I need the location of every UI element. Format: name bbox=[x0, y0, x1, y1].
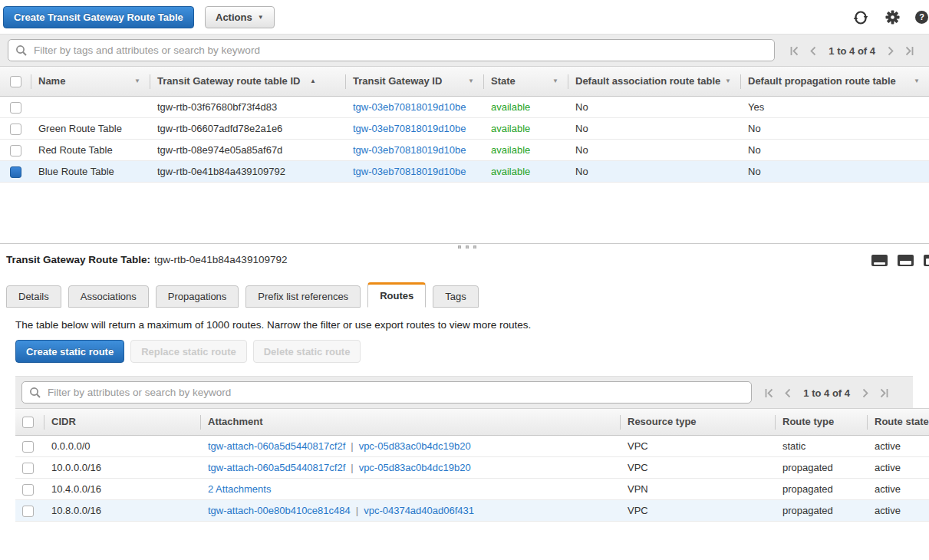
tab-details[interactable]: Details bbox=[6, 285, 61, 308]
create-route-table-button[interactable]: Create Transit Gateway Route Table bbox=[3, 6, 194, 28]
chevron-down-icon: ▼ bbox=[258, 14, 264, 21]
refresh-icon[interactable] bbox=[853, 10, 868, 25]
tab-prefix-list-references[interactable]: Prefix list references bbox=[245, 285, 361, 308]
name-cell: Blue Route Table bbox=[31, 161, 150, 182]
default-association-cell: No bbox=[568, 140, 740, 160]
detail-title-label: Transit Gateway Route Table: bbox=[6, 254, 150, 265]
row-checkbox[interactable] bbox=[22, 484, 34, 496]
row-checkbox[interactable] bbox=[10, 124, 21, 135]
table-row[interactable]: Green Route Table tgw-rtb-06607adfd78e2a… bbox=[0, 118, 929, 140]
cidr-cell: 10.4.0.0/16 bbox=[44, 479, 200, 499]
route-type-cell: propagated bbox=[775, 479, 867, 499]
actions-button[interactable]: Actions ▼ bbox=[205, 6, 275, 28]
column-divider bbox=[200, 415, 201, 430]
route-tables-pagination: 1 to 4 of 4 bbox=[790, 45, 914, 57]
routes-search-input[interactable] bbox=[22, 382, 751, 403]
pane-resize-handle[interactable] bbox=[458, 245, 476, 249]
pane-size-medium-icon[interactable] bbox=[898, 255, 914, 266]
attachment-cell: tgw-attach-00e80b410ce81c484|vpc-04374ad… bbox=[200, 500, 620, 521]
next-page-icon[interactable] bbox=[887, 46, 894, 56]
pane-size-large-icon[interactable] bbox=[924, 255, 929, 266]
actions-button-label: Actions bbox=[216, 12, 252, 23]
table-row-selected[interactable]: Blue Route Table tgw-rtb-0e41b84a4391097… bbox=[0, 161, 929, 183]
vpc-link[interactable]: vpc-05d83ac0b4dc19b20 bbox=[359, 462, 471, 473]
route-row[interactable]: 0.0.0.0/0 tgw-attach-060a5d5440817cf2f|v… bbox=[15, 436, 929, 457]
vpc-link[interactable]: vpc-05d83ac0b4dc19b20 bbox=[359, 440, 471, 452]
column-header-cidr[interactable]: CIDR bbox=[44, 409, 200, 435]
pane-size-small-icon[interactable] bbox=[871, 255, 888, 266]
pagination-label: 1 to 4 of 4 bbox=[802, 387, 852, 399]
column-header-route-type[interactable]: Route type bbox=[775, 409, 867, 435]
vpc-link[interactable]: vpc-04374ad40ad06f431 bbox=[364, 505, 474, 516]
attachment-link[interactable]: tgw-attach-00e80b410ce81c484 bbox=[208, 505, 351, 516]
attachment-cell: 2 Attachments bbox=[200, 479, 620, 499]
column-header-default-association[interactable]: Default association route table ▼ bbox=[568, 67, 740, 96]
column-header-default-propagation[interactable]: Default propagation route table ▼ bbox=[740, 67, 929, 96]
tab-routes[interactable]: Routes bbox=[367, 282, 426, 308]
previous-page-icon[interactable] bbox=[784, 388, 792, 398]
first-page-icon[interactable] bbox=[765, 388, 774, 398]
previous-page-icon[interactable] bbox=[809, 46, 817, 56]
tab-tags[interactable]: Tags bbox=[433, 285, 478, 308]
attachment-link[interactable]: tgw-attach-060a5d5440817cf2f bbox=[208, 440, 345, 452]
column-header-name[interactable]: Name ▼ bbox=[31, 67, 150, 96]
gear-icon[interactable] bbox=[885, 10, 900, 25]
route-type-cell: propagated bbox=[775, 457, 867, 478]
transit-gateway-link[interactable]: tgw-03eb70818019d10be bbox=[353, 101, 466, 113]
state-cell: available bbox=[483, 97, 568, 117]
delete-static-route-button: Delete static route bbox=[253, 340, 361, 363]
transit-gateway-link[interactable]: tgw-03eb70818019d10be bbox=[353, 166, 466, 177]
attachment-link[interactable]: tgw-attach-060a5d5440817cf2f bbox=[208, 462, 345, 473]
row-checkbox-checked[interactable] bbox=[10, 166, 21, 178]
select-all-checkbox[interactable] bbox=[10, 76, 21, 87]
row-checkbox[interactable] bbox=[10, 102, 21, 114]
link-separator: | bbox=[356, 505, 358, 516]
resource-type-cell: VPC bbox=[620, 500, 775, 521]
column-divider bbox=[568, 74, 568, 89]
routes-search bbox=[21, 381, 752, 404]
status-badge: available bbox=[491, 144, 530, 156]
table-row[interactable]: tgw-rtb-03f67680bf73f4d83 tgw-03eb708180… bbox=[0, 97, 929, 118]
route-row-highlighted[interactable]: 10.8.0.0/16 tgw-attach-00e80b410ce81c484… bbox=[15, 500, 929, 522]
default-association-cell: No bbox=[568, 161, 740, 182]
help-icon[interactable]: ? bbox=[915, 11, 928, 24]
column-header-state[interactable]: State ▼ bbox=[483, 67, 568, 96]
create-static-route-button[interactable]: Create static route bbox=[15, 340, 124, 363]
transit-gateway-id-cell: tgw-03eb70818019d10be bbox=[345, 140, 483, 160]
route-row[interactable]: 10.4.0.0/16 2 Attachments VPN propagated… bbox=[15, 479, 929, 500]
table-row[interactable]: Red Route Table tgw-rtb-08e974e05a85af67… bbox=[0, 140, 929, 161]
attachments-link[interactable]: 2 Attachments bbox=[208, 483, 271, 495]
column-divider bbox=[31, 74, 31, 89]
cidr-cell: 10.8.0.0/16 bbox=[44, 500, 200, 521]
detail-pane-title: Transit Gateway Route Table:tgw-rtb-0e41… bbox=[6, 254, 287, 265]
route-type-cell: static bbox=[775, 436, 867, 456]
route-tables-search bbox=[8, 39, 775, 61]
column-header-route-state[interactable]: Route state bbox=[867, 409, 929, 435]
transit-gateway-link[interactable]: tgw-03eb70818019d10be bbox=[353, 123, 466, 134]
link-separator: | bbox=[351, 462, 353, 473]
tab-propagations[interactable]: Propagations bbox=[156, 285, 239, 308]
route-tables-header-row: Name ▼ Transit Gateway route table ID ▲ … bbox=[0, 66, 929, 97]
last-page-icon[interactable] bbox=[879, 388, 888, 398]
tab-associations[interactable]: Associations bbox=[68, 285, 149, 308]
row-checkbox[interactable] bbox=[10, 145, 21, 156]
column-header-attachment[interactable]: Attachment bbox=[200, 409, 620, 435]
column-divider bbox=[44, 415, 44, 430]
column-header-route-table-id[interactable]: Transit Gateway route table ID ▲ bbox=[150, 67, 345, 96]
column-header-transit-gateway-id[interactable]: Transit Gateway ID ▼ bbox=[345, 67, 483, 96]
transit-gateway-link[interactable]: tgw-03eb70818019d10be bbox=[353, 144, 466, 156]
column-header-resource-type[interactable]: Resource type bbox=[620, 409, 775, 435]
last-page-icon[interactable] bbox=[904, 46, 914, 56]
state-cell: available bbox=[483, 161, 568, 182]
row-checkbox[interactable] bbox=[22, 506, 34, 517]
next-page-icon[interactable] bbox=[861, 388, 869, 398]
row-checkbox[interactable] bbox=[22, 463, 34, 474]
route-tables-search-input[interactable] bbox=[8, 40, 774, 61]
row-checkbox[interactable] bbox=[22, 441, 34, 453]
first-page-icon[interactable] bbox=[790, 46, 799, 56]
select-all-checkbox[interactable] bbox=[22, 417, 34, 428]
route-row[interactable]: 10.0.0.0/16 tgw-attach-060a5d5440817cf2f… bbox=[15, 457, 929, 479]
name-cell bbox=[31, 97, 150, 117]
attachment-cell: tgw-attach-060a5d5440817cf2f|vpc-05d83ac… bbox=[200, 436, 620, 456]
name-cell: Green Route Table bbox=[31, 118, 150, 139]
